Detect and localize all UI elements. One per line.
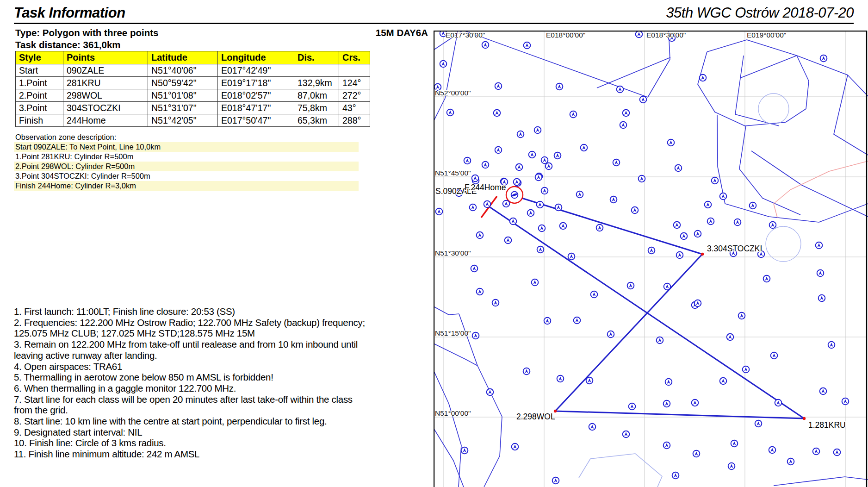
table-row: Finish244HomeN51°42'05"E017°50'47"65,3km…: [16, 114, 370, 127]
airspace-boundary: [597, 57, 670, 88]
task-table-body: Start090ZALEN51°40'06"E017°42'49"1.Point…: [16, 64, 370, 127]
waypoint-icon: [503, 200, 510, 207]
table-cell: N51°42'05": [148, 114, 218, 127]
note-line: 125.075 MHz CLUB; 127.025 MHz STD;128.57…: [14, 328, 437, 339]
waypoint-icon: [675, 165, 682, 172]
table-cell: 090ZALE: [63, 64, 148, 77]
table-cell: 244Home: [63, 114, 148, 127]
waypoint-icon: [535, 174, 542, 181]
waypoint-icon: [743, 366, 750, 373]
waypoint-icon: [557, 375, 564, 382]
waypoint-icon: [487, 389, 494, 396]
table-cell: 288°: [339, 114, 370, 127]
airspace-boundary: [741, 56, 797, 78]
note-line: 5. Thermalling in aerotow zone below 850…: [14, 372, 437, 383]
table-cell: 87,0km: [294, 89, 339, 102]
waypoint-icon: [632, 207, 639, 214]
note-line: 8. Start line: 10 km line with the centr…: [14, 416, 437, 427]
waypoint-icon: [720, 378, 727, 385]
waypoint-icon: [813, 448, 820, 455]
waypoint-icon: [482, 162, 489, 169]
longitude-grid-label: E018°30'00": [646, 31, 686, 39]
table-cell: Start: [16, 64, 63, 77]
waypoint-icon: [681, 233, 688, 240]
waypoint-icon: [816, 242, 823, 249]
waypoint-icon: [771, 352, 778, 359]
waypoint-icon: [731, 440, 738, 447]
waypoint-icon: [728, 463, 735, 470]
waypoint-icon: [529, 151, 536, 158]
airspace-boundary: [774, 477, 868, 486]
waypoint-icon: [524, 42, 531, 49]
waypoint-icon: [755, 420, 762, 427]
waypoint-icon: [694, 231, 701, 237]
table-cell: N50°59'42": [148, 77, 218, 89]
table-cell: N51°01'08": [148, 89, 218, 102]
latitude-grid-label: N51°00'00": [435, 409, 471, 417]
waypoint-icon: [574, 317, 581, 324]
header-rule: [14, 23, 854, 24]
longitude-grid-label: E019°00'00": [747, 31, 786, 39]
waypoint-icon: [817, 270, 824, 277]
task-point-label: 1.281KRU: [808, 420, 846, 430]
waypoint-icon: [472, 175, 479, 182]
table-cell: N51°40'06": [148, 64, 218, 77]
waypoint-icon: [591, 291, 598, 298]
airspace-boundary: [459, 314, 502, 487]
note-line: 10. Finish line: Circle of 3 kms radius.: [14, 437, 437, 449]
longitude-grid-label: E017°30'00": [446, 31, 485, 39]
table-cell: E019°17'18": [218, 77, 294, 89]
waypoint-icon: [640, 96, 647, 103]
airspace-boundary: [739, 126, 800, 215]
note-line: 7. Start line for each class will be ope…: [14, 394, 437, 405]
waypoint-icon: [494, 110, 501, 117]
waypoint-icon: [610, 196, 617, 203]
observation-line: 2.Point 298WOL: Cylinder R=500m: [14, 162, 359, 171]
waypoint-icon: [712, 177, 719, 184]
waypoint-icon: [495, 147, 502, 154]
waypoint-icon: [570, 111, 577, 118]
task-sheet: Task Information 35th WGC Ostrów 2018-07…: [0, 0, 868, 487]
observation-line: Finish 244Home: Cylinder R=3,0km: [14, 181, 359, 191]
waypoint-icon: [787, 458, 794, 465]
waypoint-icon: [636, 31, 643, 38]
waypoint-icon: [707, 218, 714, 225]
airspace-boundary: [735, 56, 779, 126]
waypoint-icon: [623, 110, 630, 117]
waypoint-icon: [546, 163, 552, 170]
waypoint-icon: [834, 449, 841, 456]
waypoint-icon: [461, 447, 468, 454]
note-line: from the grid.: [14, 405, 437, 416]
table-cell: E017°50'47": [218, 114, 294, 127]
waypoint-icon: [552, 477, 559, 484]
note-line: 4. Open airspaces: TRA61: [14, 361, 437, 372]
waypoint-icon: [537, 246, 544, 253]
airspace-boundary: [434, 306, 459, 315]
turnpoint-marker: [803, 417, 806, 420]
class-day-label: 15M DAY6A: [287, 27, 428, 38]
page-title: Task Information: [14, 5, 125, 21]
airspace-boundary: [797, 56, 868, 96]
waypoint-icon: [544, 318, 551, 325]
table-cell: 124°: [339, 77, 370, 89]
waypoint-icon: [484, 201, 491, 208]
waypoint-icon: [537, 201, 544, 208]
table-cell: E018°47'17": [218, 102, 294, 114]
table-cell: 132,9km: [294, 77, 339, 89]
waypoint-icon: [734, 219, 741, 226]
waypoint-icon: [517, 131, 524, 138]
waypoint-icon: [763, 275, 770, 282]
airspace-boundary: [648, 31, 670, 97]
task-point-label: F.244Home: [465, 183, 506, 192]
waypoint-icon: [477, 232, 484, 239]
airfield-icon: [511, 192, 518, 199]
table-row: 2.Point298WOLN51°01'08"E018°02'57"87,0km…: [16, 89, 370, 102]
waypoint-icon: [505, 237, 512, 244]
waypoint-icon: [516, 164, 523, 171]
airspace-boundary: [434, 31, 458, 121]
task-table: StylePointsLatitudeLongitudeDis.Crs. Sta…: [15, 51, 370, 127]
observation-line: 3.Point 304STOCZKI: Cylinder R=500m: [14, 171, 359, 181]
waypoint-icon: [665, 379, 672, 386]
waypoint-icon: [482, 42, 489, 49]
waypoint-icon: [541, 157, 548, 164]
